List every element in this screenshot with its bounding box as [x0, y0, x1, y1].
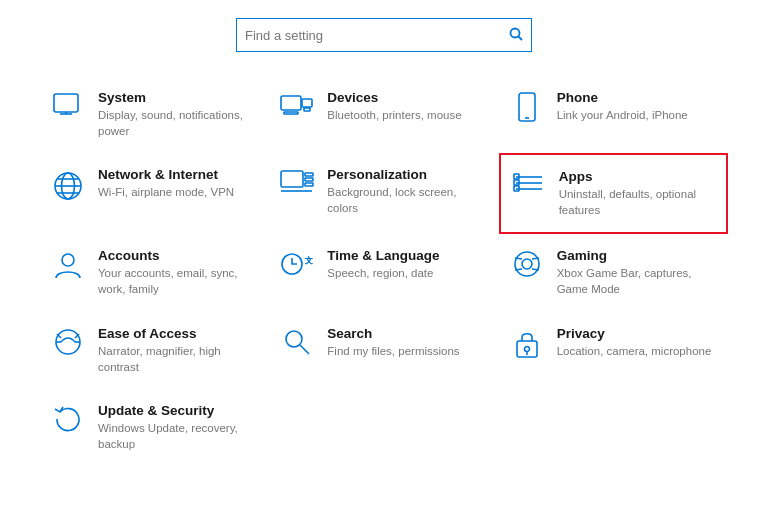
- tile-desc-personalization: Background, lock screen, colors: [327, 184, 486, 216]
- tile-title-apps: Apps: [559, 169, 714, 184]
- tile-devices[interactable]: Devices Bluetooth, printers, mouse: [269, 76, 498, 153]
- tile-desc-phone: Link your Android, iPhone: [557, 107, 688, 123]
- network-icon: [48, 169, 88, 203]
- tile-title-search: Search: [327, 326, 459, 341]
- svg-rect-5: [281, 96, 301, 110]
- svg-rect-6: [302, 99, 312, 107]
- svg-rect-7: [304, 108, 310, 111]
- svg-rect-18: [305, 178, 313, 181]
- svg-point-40: [524, 346, 529, 351]
- time-icon: 文: [277, 250, 317, 278]
- tile-gaming[interactable]: Gaming Xbox Game Bar, captures, Game Mod…: [499, 234, 728, 311]
- tile-title-update: Update & Security: [98, 403, 257, 418]
- tile-personalization[interactable]: Personalization Background, lock screen,…: [269, 153, 498, 234]
- search-bar: [236, 18, 532, 52]
- tile-ease[interactable]: Ease of Access Narrator, magnifier, high…: [40, 312, 269, 389]
- tile-desc-privacy: Location, camera, microphone: [557, 343, 712, 359]
- svg-line-1: [519, 36, 523, 40]
- tile-title-network: Network & Internet: [98, 167, 234, 182]
- tile-privacy[interactable]: Privacy Location, camera, microphone: [499, 312, 728, 389]
- svg-line-38: [300, 345, 309, 354]
- svg-point-30: [515, 252, 539, 276]
- gaming-icon: [507, 250, 547, 278]
- svg-text:文: 文: [305, 256, 313, 265]
- svg-point-27: [62, 254, 74, 266]
- update-icon: [48, 405, 88, 433]
- personalization-icon: [277, 169, 317, 197]
- ease-icon: [48, 328, 88, 356]
- svg-point-31: [522, 259, 532, 269]
- tile-phone[interactable]: Phone Link your Android, iPhone: [499, 76, 728, 153]
- tile-desc-update: Windows Update, recovery, backup: [98, 420, 257, 452]
- tile-system[interactable]: System Display, sound, notifications, po…: [40, 76, 269, 153]
- system-icon: [48, 92, 88, 120]
- tile-desc-time: Speech, region, date: [327, 265, 439, 281]
- tile-time[interactable]: 文 Time & Language Speech, region, date: [269, 234, 498, 311]
- tile-desc-devices: Bluetooth, printers, mouse: [327, 107, 461, 123]
- tile-apps[interactable]: Apps Uninstall, defaults, optional featu…: [499, 153, 728, 234]
- search-input[interactable]: [245, 28, 509, 43]
- svg-rect-8: [284, 112, 298, 114]
- accounts-icon: [48, 250, 88, 282]
- tile-title-phone: Phone: [557, 90, 688, 105]
- tile-title-privacy: Privacy: [557, 326, 712, 341]
- devices-icon: [277, 92, 317, 120]
- tile-desc-ease: Narrator, magnifier, high contrast: [98, 343, 257, 375]
- svg-point-37: [286, 331, 302, 347]
- search-icon: [277, 328, 317, 360]
- svg-rect-16: [281, 171, 303, 187]
- tile-desc-gaming: Xbox Game Bar, captures, Game Mode: [557, 265, 716, 297]
- tile-network[interactable]: Network & Internet Wi-Fi, airplane mode,…: [40, 153, 269, 234]
- tile-desc-accounts: Your accounts, email, sync, work, family: [98, 265, 257, 297]
- apps-icon: [509, 171, 549, 199]
- tile-accounts[interactable]: Accounts Your accounts, email, sync, wor…: [40, 234, 269, 311]
- tile-title-ease: Ease of Access: [98, 326, 257, 341]
- settings-grid: System Display, sound, notifications, po…: [0, 76, 768, 466]
- tile-title-time: Time & Language: [327, 248, 439, 263]
- svg-rect-19: [305, 183, 313, 186]
- svg-point-0: [511, 28, 520, 37]
- tile-desc-apps: Uninstall, defaults, optional features: [559, 186, 714, 218]
- search-icon: [509, 27, 523, 44]
- tile-desc-search: Find my files, permissions: [327, 343, 459, 359]
- search-bar-container: [0, 0, 768, 76]
- privacy-icon: [507, 328, 547, 362]
- tile-title-accounts: Accounts: [98, 248, 257, 263]
- tile-title-devices: Devices: [327, 90, 461, 105]
- tile-title-gaming: Gaming: [557, 248, 716, 263]
- tile-desc-network: Wi-Fi, airplane mode, VPN: [98, 184, 234, 200]
- tile-desc-system: Display, sound, notifications, power: [98, 107, 257, 139]
- tile-title-system: System: [98, 90, 257, 105]
- tile-search[interactable]: Search Find my files, permissions: [269, 312, 498, 389]
- tile-title-personalization: Personalization: [327, 167, 486, 182]
- svg-rect-2: [54, 94, 78, 112]
- tile-update[interactable]: Update & Security Windows Update, recove…: [40, 389, 269, 466]
- svg-rect-17: [305, 173, 313, 176]
- svg-rect-9: [519, 93, 535, 121]
- phone-icon: [507, 92, 547, 124]
